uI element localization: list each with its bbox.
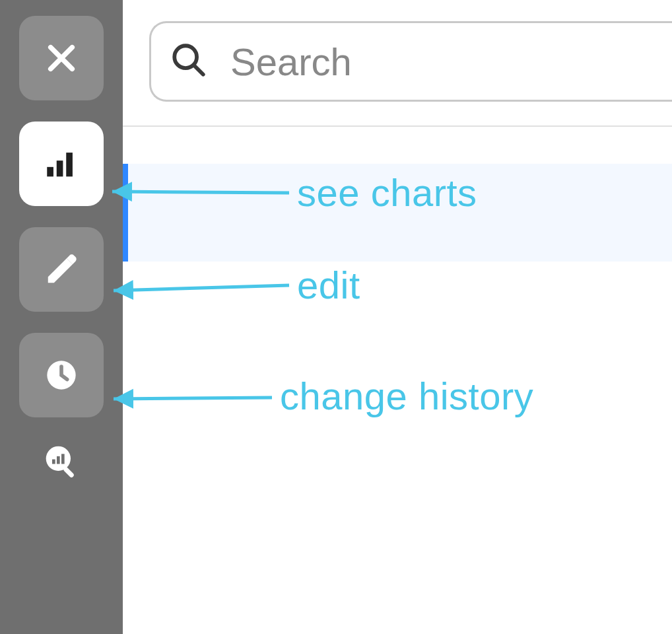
bar-chart-icon: [42, 145, 81, 183]
main-panel: [123, 0, 672, 634]
selected-row-accent: [123, 164, 128, 262]
sidebar: [0, 0, 123, 634]
chart-magnifier-icon: [43, 443, 80, 483]
svg-line-10: [194, 65, 203, 75]
history-button[interactable]: [19, 333, 104, 417]
selected-row-background: [123, 164, 672, 262]
svg-rect-1: [57, 160, 63, 176]
close-button[interactable]: [19, 16, 104, 100]
svg-rect-8: [63, 466, 75, 478]
close-icon: [43, 40, 80, 77]
search-input[interactable]: [230, 40, 672, 84]
pencil-icon: [44, 252, 79, 287]
svg-rect-2: [66, 153, 73, 176]
edit-button[interactable]: [19, 227, 104, 312]
charts-button[interactable]: [19, 122, 104, 206]
search-field[interactable]: [149, 21, 672, 102]
clock-icon: [44, 358, 79, 392]
svg-rect-0: [47, 167, 53, 177]
svg-rect-5: [52, 460, 55, 464]
search-icon: [170, 41, 208, 82]
svg-rect-6: [57, 456, 60, 464]
chart-search-button[interactable]: [42, 444, 81, 482]
svg-rect-7: [61, 454, 65, 464]
divider: [123, 125, 672, 127]
